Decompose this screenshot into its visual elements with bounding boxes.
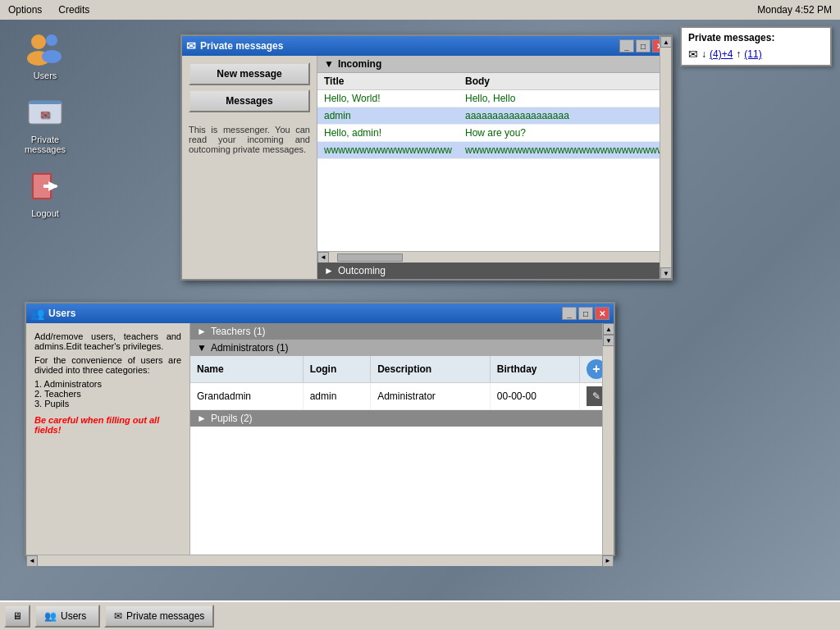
desktop: Options Credits Monday 4:52 PM Users (0, 0, 840, 630)
svg-rect-5 (29, 101, 62, 104)
pupils-section-header[interactable]: ► Pupils (2) (190, 410, 614, 427)
table-row[interactable]: Hello, World! Hello, Hello admin (317, 90, 671, 107)
col-title: Title (317, 73, 459, 90)
logout-icon-label: Logout (31, 208, 59, 218)
notif-arrow-up: ↑ (736, 48, 741, 60)
users-minimize-btn[interactable]: _ (562, 307, 577, 320)
notif-outcoming-link[interactable]: (11) (744, 48, 761, 60)
scroll-track[interactable] (660, 48, 671, 267)
taskbar-pm-label: Private messages (126, 610, 204, 622)
users-window-body: Add/remove users, teachers and admins.Ed… (26, 323, 614, 555)
users-window-controls: _ □ ✕ (562, 307, 609, 320)
msg-title: Hello, World! (317, 90, 459, 107)
scroll-down-btn[interactable]: ▼ (660, 267, 672, 279)
users-icon-label: Users (34, 71, 57, 80)
users-titlebar[interactable]: 👥 Users _ □ ✕ (26, 304, 614, 323)
users-table-header: Name Login Description Birthday + (190, 356, 614, 383)
hscroll-thumb[interactable] (337, 253, 403, 262)
pm-titlebar[interactable]: ✉ Private messages _ □ ✕ (182, 36, 671, 56)
admins-label: Administrators (1) (211, 342, 289, 354)
notif-row: ✉ ↓ (4)+4 ↑ (11) (688, 48, 824, 61)
user-birthday: 00-00-00 (490, 383, 579, 410)
desktop-icon-pm[interactable]: ✉ Private messages (16, 93, 74, 154)
svg-point-0 (31, 34, 46, 49)
category-teachers: 2. Teachers (34, 389, 181, 399)
desktop-icon-area: Users ✉ Private messages Log (16, 29, 74, 218)
taskbar-start-button[interactable]: 🖥 (4, 605, 30, 628)
users-title-icon: 👥 (30, 307, 44, 320)
admins-section-header[interactable]: ▼ Administrators (1) (190, 340, 614, 356)
hscroll-left-btn[interactable]: ◄ (317, 252, 329, 263)
users-icon (25, 29, 65, 68)
col-body: Body (459, 73, 671, 90)
msg-body: aaaaaaaaaaaaaaaaaaa (459, 107, 671, 125)
users-close-btn[interactable]: ✕ (595, 307, 609, 320)
taskbar-users-button[interactable]: 👥 Users (34, 605, 100, 628)
taskbar-pm-button[interactable]: ✉ Private messages (104, 605, 214, 628)
users-scroll-down[interactable]: ▼ (603, 335, 614, 346)
svg-text:✉: ✉ (40, 108, 50, 121)
pm-maximize-btn[interactable]: □ (636, 39, 651, 52)
outcoming-section-header[interactable]: ► Outcoming (317, 262, 671, 279)
pupils-arrow: ► (197, 413, 207, 424)
users-categories: 1. Administrators 2. Teachers 3. Pupils (34, 379, 181, 409)
teachers-arrow: ► (197, 326, 207, 337)
incoming-section-header[interactable]: ▼ Incoming (317, 56, 671, 73)
outcoming-arrow: ► (324, 265, 334, 276)
pm-messages-area[interactable]: Title Body Forwa Hello, World! Hello, He… (317, 73, 671, 251)
category-pupils: 3. Pupils (34, 399, 181, 409)
logout-icon (25, 167, 65, 206)
users-table: Name Login Description Birthday + (190, 356, 614, 410)
users-scroll-area[interactable]: ► Teachers (1) ▼ Administrators (1) Name… (190, 323, 614, 555)
incoming-label: Incoming (338, 58, 381, 70)
notif-incoming-link[interactable]: (4)+4 (710, 48, 733, 60)
messages-button[interactable]: Messages (189, 89, 310, 112)
new-message-button[interactable]: New message (189, 62, 310, 85)
outcoming-label: Outcoming (338, 265, 386, 276)
notif-arrow-down: ↓ (701, 48, 706, 60)
table-row[interactable]: Grandadmin admin Administrator 00-00-00 … (190, 383, 614, 410)
pm-title-icon: ✉ (186, 39, 196, 52)
msg-body: How are you? (459, 125, 671, 142)
incoming-arrow: ▼ (324, 58, 334, 70)
admins-arrow: ▼ (197, 342, 207, 354)
users-vertical-scrollbar[interactable]: ▲ ▼ (602, 323, 614, 555)
users-scroll-up[interactable]: ▲ (603, 323, 614, 335)
notif-title: Private messages: (688, 32, 824, 43)
scroll-up-btn[interactable]: ▲ (660, 36, 672, 48)
users-hscroll-right[interactable]: ► (602, 555, 614, 567)
pm-icon: ✉ (25, 93, 65, 132)
table-row[interactable]: admin aaaaaaaaaaaaaaaaaaa admin (317, 107, 671, 125)
users-warning: Be careful when filling out all fields! (34, 415, 181, 435)
desktop-icon-users[interactable]: Users (16, 29, 74, 80)
users-hscroll-left[interactable]: ◄ (26, 555, 38, 567)
users-horizontal-scrollbar[interactable]: ◄ ► (26, 555, 614, 566)
teachers-label: Teachers (1) (211, 326, 266, 337)
taskbar: 🖥 👥 Users ✉ Private messages (0, 600, 840, 630)
svg-rect-10 (43, 185, 57, 188)
pm-horizontal-scrollbar[interactable]: ◄ ► (317, 251, 671, 262)
hscroll-track[interactable] (329, 252, 660, 262)
users-convenience: For the convenience of users are divided… (34, 355, 181, 375)
table-row[interactable]: Hello, admin! How are you? gordon (317, 125, 671, 142)
notif-mail-icon: ✉ (688, 48, 698, 61)
desktop-icon-logout[interactable]: Logout (16, 167, 74, 218)
users-content-area: ► Teachers (1) ▼ Administrators (1) Name… (190, 323, 614, 555)
users-hscroll-track[interactable] (38, 555, 602, 566)
menu-credits[interactable]: Credits (50, 2, 98, 17)
msg-body: Hello, Hello (459, 90, 671, 107)
users-maximize-btn[interactable]: □ (578, 307, 593, 320)
pm-vertical-scrollbar[interactable]: ▲ ▼ (660, 36, 671, 279)
svg-point-1 (46, 34, 57, 46)
user-description: Administrator (371, 383, 491, 410)
pm-icon-label: Private messages (25, 135, 66, 154)
users-sidebar: Add/remove users, teachers and admins.Ed… (26, 323, 190, 555)
taskbar-pm-icon: ✉ (114, 610, 122, 622)
system-clock: Monday 4:52 PM (757, 4, 840, 16)
menu-options[interactable]: Options (0, 2, 50, 17)
table-row[interactable]: wwwwwwwwwwwwwwwwww wwwwwwwwwwwwwwwwwwwww… (317, 142, 671, 159)
pm-sidebar-description: This is messenger. You can read your inc… (189, 125, 310, 154)
pm-minimize-btn[interactable]: _ (619, 39, 634, 52)
col-description: Description (371, 356, 491, 383)
teachers-section-header[interactable]: ► Teachers (1) (190, 323, 614, 340)
